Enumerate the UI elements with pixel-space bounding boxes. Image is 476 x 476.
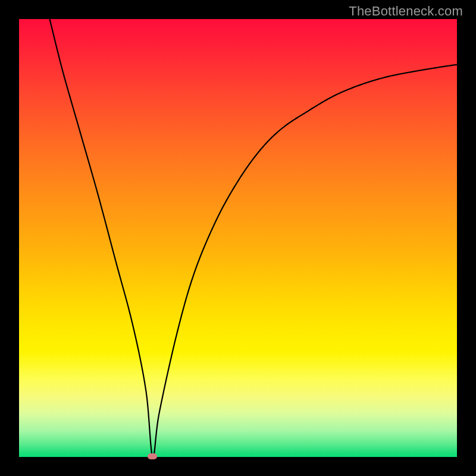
plot-area [19, 19, 457, 457]
minimum-marker [148, 453, 157, 459]
watermark-text: TheBottleneck.com [349, 4, 463, 19]
chart-frame: TheBottleneck.com [0, 0, 476, 476]
bottleneck-curve [19, 19, 457, 457]
